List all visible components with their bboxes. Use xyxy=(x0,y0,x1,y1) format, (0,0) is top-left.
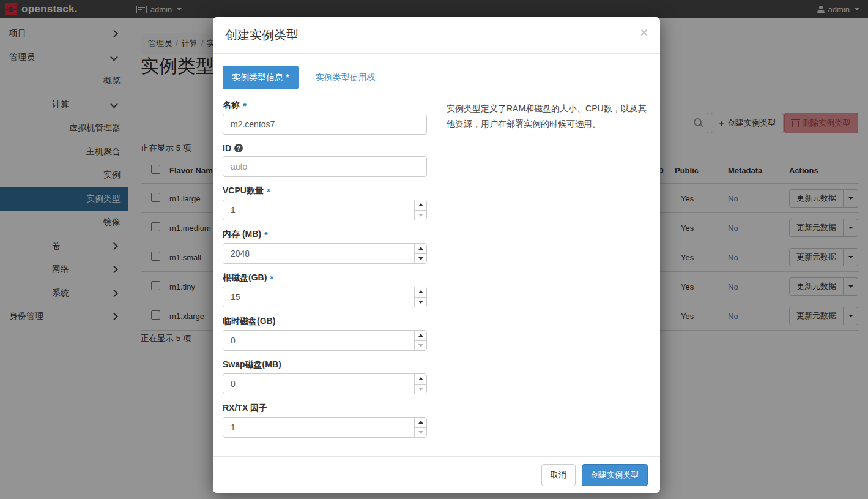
flavor-form: 名称 * ID ? VCPU数量 * xyxy=(223,100,427,446)
field-label: VCPU数量 * xyxy=(223,186,427,197)
tab-flavor-info[interactable]: 实例类型信息 * xyxy=(223,66,299,89)
required-marker: * xyxy=(267,186,270,197)
modal-header: 创建实例类型 × xyxy=(213,17,660,54)
number-spinner xyxy=(414,287,426,307)
field-input[interactable] xyxy=(223,243,427,264)
submit-create-flavor-button[interactable]: 创建实例类型 xyxy=(582,464,648,486)
tab-flavor-access[interactable]: 实例类型使用权 xyxy=(312,72,379,84)
form-group-临时磁盘(GB): 临时磁盘(GB) xyxy=(223,316,427,351)
number-spinner xyxy=(414,200,426,220)
field-label: Swap磁盘(MB) xyxy=(223,359,427,370)
spinner-down-button[interactable] xyxy=(415,211,426,220)
number-spinner xyxy=(414,418,426,437)
form-group-根磁盘(GB): 根磁盘(GB) * xyxy=(223,272,427,307)
caret-down-icon xyxy=(418,344,423,347)
spinner-up-button[interactable] xyxy=(415,418,426,428)
number-spinner xyxy=(414,374,426,394)
close-icon[interactable]: × xyxy=(639,24,649,40)
help-text: 实例类型定义了RAM和磁盘的大小、CPU数，以及其他资源，用户在部署实例的时候可… xyxy=(447,101,650,446)
field-input[interactable] xyxy=(223,114,427,135)
caret-up-icon xyxy=(418,421,423,424)
caret-down-icon xyxy=(418,431,423,434)
field-label: 临时磁盘(GB) xyxy=(223,316,427,327)
spinner-up-button[interactable] xyxy=(415,331,426,341)
form-group-内存 (MB): 内存 (MB) * xyxy=(223,229,427,264)
field-input[interactable] xyxy=(223,200,427,220)
field-label: 内存 (MB) * xyxy=(223,229,427,240)
form-group-ID: ID ? xyxy=(223,143,427,177)
number-spinner xyxy=(414,331,426,350)
cancel-button[interactable]: 取消 xyxy=(541,464,576,486)
field-label: 根磁盘(GB) * xyxy=(223,272,427,283)
caret-up-icon xyxy=(418,203,423,206)
help-icon[interactable]: ? xyxy=(234,144,243,152)
caret-down-icon xyxy=(418,214,423,217)
form-group-VCPU数量: VCPU数量 * xyxy=(223,186,427,220)
caret-up-icon xyxy=(418,290,423,293)
caret-up-icon xyxy=(418,247,423,250)
modal-tabs: 实例类型信息 * 实例类型使用权 xyxy=(213,54,660,89)
required-marker: * xyxy=(286,72,289,82)
required-marker: * xyxy=(243,100,247,111)
create-flavor-modal: 创建实例类型 × 实例类型信息 * 实例类型使用权 名称 * ID ? xyxy=(213,17,660,493)
spinner-down-button[interactable] xyxy=(415,298,426,307)
field-input[interactable] xyxy=(223,330,427,351)
spinner-up-button[interactable] xyxy=(415,200,426,211)
modal-title: 创建实例类型 xyxy=(225,27,299,43)
spinner-up-button[interactable] xyxy=(415,244,426,254)
modal-footer: 取消 创建实例类型 xyxy=(213,456,660,493)
field-input[interactable] xyxy=(223,417,427,438)
form-group-RX/TX 因子: RX/TX 因子 xyxy=(223,403,427,438)
field-input[interactable] xyxy=(223,373,427,394)
modal-body: 名称 * ID ? VCPU数量 * xyxy=(213,89,660,446)
spinner-down-button[interactable] xyxy=(415,254,426,264)
number-spinner xyxy=(414,244,426,263)
required-marker: * xyxy=(270,273,273,283)
field-input[interactable] xyxy=(223,287,427,307)
form-group-名称: 名称 * xyxy=(223,100,427,135)
caret-up-icon xyxy=(418,334,423,337)
caret-down-icon xyxy=(418,301,423,304)
spinner-up-button[interactable] xyxy=(415,287,426,298)
spinner-down-button[interactable] xyxy=(415,428,426,438)
field-label: 名称 * xyxy=(223,100,427,111)
caret-down-icon xyxy=(418,257,423,260)
field-input[interactable] xyxy=(223,156,427,177)
caret-down-icon xyxy=(418,388,423,391)
spinner-down-button[interactable] xyxy=(415,385,426,394)
field-label: RX/TX 因子 xyxy=(223,403,427,414)
caret-up-icon xyxy=(418,377,423,380)
spinner-down-button[interactable] xyxy=(415,341,426,351)
field-label: ID ? xyxy=(223,143,427,153)
spinner-up-button[interactable] xyxy=(415,374,426,385)
required-marker: * xyxy=(264,230,268,240)
form-group-Swap磁盘(MB): Swap磁盘(MB) xyxy=(223,359,427,394)
